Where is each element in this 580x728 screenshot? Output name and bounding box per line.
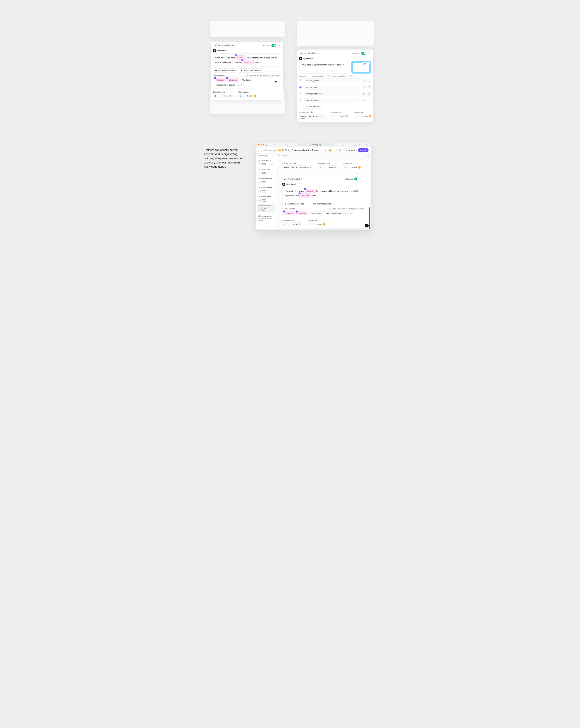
estimation-time-unit[interactable]: Mins <box>291 222 302 227</box>
add-collaborator-button[interactable]: ＋ <box>334 149 337 152</box>
randomize-order-select[interactable]: Keep choices in current order <box>282 165 313 170</box>
estimation-time-unit[interactable]: Mins <box>327 165 338 170</box>
randomize-order-select[interactable]: Keep choices in current order <box>299 114 326 120</box>
delete-choice-button[interactable] <box>367 85 371 89</box>
help-fab[interactable]: ? <box>365 224 369 228</box>
sidebar-question-item[interactable]: 2Which aspect of UI de... Multiple choic… <box>257 167 275 176</box>
drag-handle-icon[interactable] <box>276 171 279 174</box>
publish-button[interactable]: Publish <box>358 148 369 152</box>
blank-tag-2[interactable]: Corporate <box>242 60 254 64</box>
question-type-select[interactable]: Multiple choice <box>299 51 322 55</box>
delete-image-button[interactable] <box>367 62 370 65</box>
download-icon[interactable] <box>353 144 357 146</box>
multiple-answer-toggle[interactable] <box>326 75 330 77</box>
required-toggle[interactable] <box>354 178 359 180</box>
add-correct-button[interactable]: Add answers correct <box>282 202 306 206</box>
reorder-handle[interactable] <box>362 92 366 96</box>
document-title[interactable]: UI Design Fundamentals & Best Practice <box>278 149 327 152</box>
reorder-handle[interactable] <box>362 85 366 89</box>
more-button[interactable] <box>278 44 281 48</box>
estimation-time-unit[interactable]: Mins <box>339 114 350 118</box>
shield-icon[interactable] <box>286 144 289 146</box>
answer-with-image-toggle[interactable] <box>349 75 353 77</box>
drag-handle-icon[interactable] <box>293 50 296 53</box>
settings-button[interactable] <box>339 149 342 152</box>
option-pill[interactable]: Direction <box>215 78 226 82</box>
reorder-handle[interactable] <box>362 99 366 102</box>
question-text[interactable]: When selecting a style Direction for des… <box>282 187 364 200</box>
option-pill[interactable]: Flat Design <box>310 211 323 215</box>
option-pill[interactable]: Direction <box>284 211 295 215</box>
option-pill[interactable]: Corporate <box>227 78 239 82</box>
drag-handle-icon[interactable] <box>207 43 210 46</box>
item-menu-icon[interactable]: ⋯ <box>271 181 273 183</box>
reorder-handle[interactable] <box>362 79 366 82</box>
item-menu-icon[interactable]: ⋯ <box>271 199 273 201</box>
estimation-time-input[interactable]: 2 <box>213 94 220 98</box>
estimation-time-input[interactable]: 2 <box>318 165 326 170</box>
share-icon[interactable] <box>358 144 361 146</box>
option-pill-editing[interactable]: Skeuomorphic Design| <box>324 211 354 215</box>
choice-text-input[interactable]: User Integration <box>304 78 360 83</box>
result-screen-card[interactable]: Result Screen Set your Passed/Failed mes… <box>257 214 275 222</box>
required-toggle[interactable] <box>271 44 276 47</box>
replace-image-button[interactable] <box>363 62 366 65</box>
back-button[interactable]: ‹ <box>258 148 262 152</box>
choice-radio[interactable] <box>299 99 302 102</box>
estimation-time-input[interactable]: 2 <box>330 114 338 118</box>
scrollbar[interactable] <box>369 207 370 230</box>
estimation-time-unit[interactable]: Mins <box>222 94 233 98</box>
question-type-select[interactable]: Fill in the Blank <box>213 44 236 48</box>
new-tab-icon[interactable] <box>362 144 365 146</box>
add-answers-button[interactable]: Add answers <box>304 105 322 109</box>
blank-tag-1[interactable]: Direction <box>305 189 316 193</box>
sidebar-question-item[interactable]: 5Why is maintaining co... Multiple choic… <box>257 195 275 203</box>
question-text[interactable]: When selecting a style Direction for des… <box>213 53 281 67</box>
more-button[interactable] <box>361 177 364 181</box>
add-correct-button[interactable]: Add answers correct <box>213 68 237 73</box>
choice-text-input[interactable]: Universal Interaction <box>304 92 360 96</box>
nav-forward-icon[interactable]: › <box>274 144 278 146</box>
sidebar-toggle-icon[interactable] <box>265 144 268 146</box>
sidebar-question-item[interactable]: 4Which term refers to t... Multiple choi… <box>257 186 275 194</box>
item-menu-icon[interactable]: ⋯ <box>271 208 273 210</box>
required-toggle[interactable] <box>361 52 366 55</box>
url-bar[interactable]: trenning.app <box>297 144 334 146</box>
add-incorrect-button[interactable]: Add answers incorrect <box>308 202 334 206</box>
option-pill[interactable]: Corporate <box>296 211 309 215</box>
delete-choice-button[interactable] <box>367 79 371 82</box>
sidebar-question-item[interactable]: 3How to export a pictu... Multiple choic… <box>257 177 275 185</box>
add-question-icon[interactable]: ＋ <box>272 155 274 157</box>
search-input[interactable]: Search... <box>276 154 371 158</box>
delete-choice-button[interactable] <box>367 99 371 102</box>
option-pill-editing[interactable]: Skeuomorphic Design| <box>215 83 244 87</box>
estimation-time-input[interactable]: 2 <box>282 222 290 227</box>
points-input[interactable]: 1 <box>238 94 246 98</box>
blank-tag-1[interactable]: Direction <box>236 55 246 60</box>
item-menu-icon[interactable]: ⋯ <box>271 162 273 165</box>
avatar[interactable]: RF <box>328 149 332 152</box>
points-input[interactable]: 1 <box>308 222 315 227</box>
question-type-select[interactable]: Fill in the Blank <box>282 177 305 181</box>
item-menu-icon[interactable]: ⋯ <box>271 172 273 174</box>
add-incorrect-button[interactable]: Add answers incorrect <box>239 68 264 73</box>
choice-text-input[interactable]: User Involvement <box>304 98 360 103</box>
delete-choice-button[interactable] <box>367 92 371 96</box>
more-button[interactable] <box>367 51 371 55</box>
preview-button[interactable]: Preview <box>343 148 357 152</box>
choice-radio[interactable] <box>299 79 302 82</box>
choice-text-input[interactable]: User Interface <box>304 85 360 89</box>
sidebar-question-item[interactable]: 6When selecting a style Fill in the Blan… <box>257 204 275 212</box>
option-pill[interactable]: Flat Design <box>240 78 254 82</box>
nav-back-icon[interactable]: ‹ <box>269 144 273 146</box>
history-icon[interactable] <box>366 155 369 157</box>
item-menu-icon[interactable]: ⋯ <box>271 190 273 192</box>
points-input[interactable]: 1 <box>354 114 361 118</box>
points-input[interactable]: 1 <box>343 165 350 170</box>
blank-tag-2[interactable]: Corporate <box>299 193 311 198</box>
choice-radio[interactable] <box>299 86 302 88</box>
refresh-icon[interactable] <box>342 144 345 146</box>
sidebar-question-item[interactable]: 1What does UI stand fo... Multiple choic… <box>257 158 275 167</box>
question-prompt-input[interactable]: What does UI stand for in the context of… <box>299 61 349 74</box>
tabs-icon[interactable] <box>366 144 369 146</box>
